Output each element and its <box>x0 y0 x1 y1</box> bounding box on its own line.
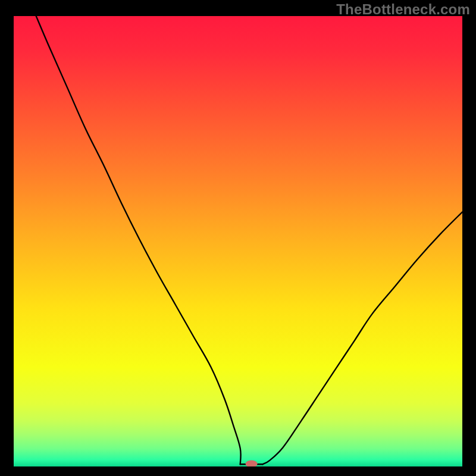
chart-container: TheBottleneck.com <box>0 0 476 476</box>
gradient-background <box>14 16 462 466</box>
plot-svg <box>14 16 462 466</box>
plot-area <box>14 16 462 466</box>
watermark-text: TheBottleneck.com <box>336 1 470 18</box>
